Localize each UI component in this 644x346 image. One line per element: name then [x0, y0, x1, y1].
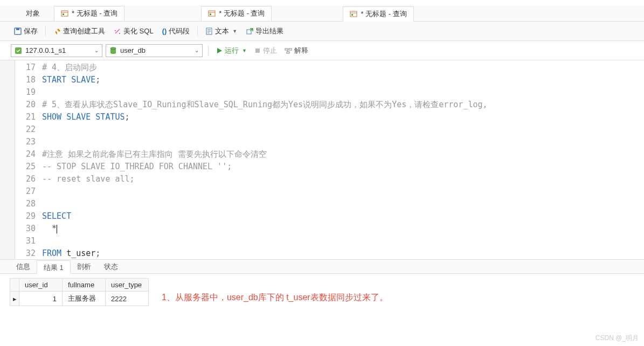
svg-rect-0: [61, 11, 68, 16]
tool-icon: [53, 27, 61, 35]
code-line[interactable]: 32FROM t_user;: [15, 247, 644, 259]
save-icon: [14, 27, 22, 35]
query-tab-1[interactable]: * 无标题 - 查询: [201, 6, 272, 21]
stop-button: 停止: [252, 46, 279, 56]
code-line[interactable]: 24#注意 如果之前此备库已有主库指向 需要先执行以下命令清空: [15, 148, 644, 161]
code-line[interactable]: 29SELECT: [15, 210, 644, 223]
result-tab-结果 1[interactable]: 结果 1: [37, 260, 71, 274]
code-line[interactable]: 28: [15, 198, 644, 210]
editor-gutter: [0, 60, 15, 259]
connection-value: 127.0.0.1_s1: [25, 46, 66, 54]
result-tabs: 信息结果 1剖析状态: [0, 260, 644, 274]
run-button[interactable]: 运行 ▼: [214, 46, 249, 56]
snippet-label: 代码段: [169, 26, 190, 36]
query-icon: [208, 10, 216, 17]
code-line[interactable]: 19: [15, 86, 644, 99]
chevron-down-icon: ▼: [242, 48, 247, 53]
beautify-button[interactable]: 美化 SQL: [110, 25, 157, 38]
connection-icon: [15, 47, 22, 54]
database-select[interactable]: user_db ⌄: [106, 44, 203, 57]
row-pointer-icon: ▸: [11, 295, 18, 303]
database-value: user_db: [120, 46, 146, 54]
stop-label: 停止: [263, 46, 277, 56]
svg-rect-20: [285, 49, 288, 50]
line-number: 23: [15, 136, 42, 148]
chevron-down-icon: ⌄: [94, 47, 99, 53]
query-icon: [61, 10, 68, 17]
column-header[interactable]: user_id: [19, 279, 63, 292]
tab-label: * 无标题 - 查询: [219, 9, 265, 18]
query-builder-button[interactable]: 查询创建工具: [50, 25, 108, 38]
sql-editor[interactable]: 17# 4、启动同步18START SLAVE;19 20# 5、查看从库状态S…: [0, 60, 644, 260]
result-tab-剖析[interactable]: 剖析: [71, 260, 98, 273]
query-tab-2[interactable]: * 无标题 - 查询: [343, 6, 413, 22]
code-line[interactable]: 22: [15, 123, 644, 136]
svg-rect-19: [255, 49, 260, 53]
result-grid[interactable]: user_idfullnameuser_type▸1主服务器2222 1、从服务…: [0, 274, 644, 310]
query-builder-label: 查询创建工具: [63, 26, 105, 36]
code-line[interactable]: 21SHOW SLAVE STATUS;: [15, 111, 644, 123]
wand-icon: [114, 27, 121, 35]
column-header[interactable]: user_type: [106, 279, 149, 292]
code-line[interactable]: 23: [15, 136, 644, 148]
column-header[interactable]: fullname: [63, 279, 106, 292]
line-number: 28: [15, 198, 42, 210]
svg-rect-8: [351, 14, 353, 16]
database-icon: [109, 47, 117, 54]
result-tab-信息[interactable]: 信息: [10, 260, 37, 273]
svg-rect-6: [350, 11, 357, 17]
line-number: 26: [15, 173, 42, 185]
line-number: 27: [15, 185, 42, 198]
code-line[interactable]: 26-- reset slave all;: [15, 173, 644, 185]
document-tabs: 对象 * 无标题 - 查询* 无标题 - 查询* 无标题 - 查询: [0, 5, 644, 22]
code-line[interactable]: 25-- STOP SLAVE IO_THREAD FOR CHANNEL ''…: [15, 161, 644, 173]
export-icon: [246, 27, 253, 35]
table-row[interactable]: ▸1主服务器2222: [10, 292, 149, 306]
explain-icon: [285, 47, 292, 54]
export-label: 导出结果: [255, 26, 283, 36]
code-line[interactable]: 31: [15, 235, 644, 247]
snippet-button[interactable]: () 代码段: [159, 25, 193, 38]
svg-rect-3: [209, 11, 215, 16]
export-button[interactable]: 导出结果: [243, 25, 287, 38]
line-number: 22: [15, 123, 42, 136]
query-tab-0[interactable]: * 无标题 - 查询: [54, 6, 124, 21]
connection-bar: 127.0.0.1_s1 ⌄ user_db ⌄ 运行 ▼ 停止 解释: [0, 41, 644, 60]
tab-label: * 无标题 - 查询: [72, 9, 117, 18]
text-button[interactable]: 文本 ▼: [202, 25, 240, 38]
line-number: 32: [15, 247, 42, 259]
explain-button[interactable]: 解释: [282, 46, 310, 56]
line-number: 30: [15, 223, 42, 235]
chevron-down-icon: ⌄: [195, 47, 199, 53]
svg-rect-21: [289, 49, 292, 50]
save-label: 保存: [24, 26, 38, 36]
line-number: 31: [15, 235, 42, 247]
svg-rect-10: [16, 28, 19, 30]
tab-objects[interactable]: 对象: [16, 6, 50, 20]
beautify-label: 美化 SQL: [123, 26, 154, 36]
code-line[interactable]: 27: [15, 185, 644, 198]
chevron-down-icon: ▼: [232, 29, 237, 34]
save-button[interactable]: 保存: [11, 25, 41, 38]
line-number: 19: [15, 86, 42, 99]
line-number: 20: [15, 99, 42, 111]
connection-select[interactable]: 127.0.0.1_s1 ⌄: [11, 44, 102, 57]
line-number: 21: [15, 111, 42, 123]
code-line[interactable]: 17# 4、启动同步: [15, 61, 644, 74]
text-label: 文本: [215, 26, 229, 36]
top-menu: [0, 0, 644, 5]
line-number: 25: [15, 161, 42, 173]
svg-rect-2: [63, 13, 64, 15]
code-line[interactable]: 20# 5、查看从库状态Slave_IO_Runing和Slave_SQL_Ru…: [15, 99, 644, 111]
annotation-text: 1、从服务器中，user_db库下的 t_user表数据同步过来了。: [162, 292, 388, 303]
result-tab-状态[interactable]: 状态: [98, 260, 124, 273]
tab-label: * 无标题 - 查询: [361, 9, 406, 19]
document-icon: [205, 27, 213, 35]
toolbar: 保存 查询创建工具 美化 SQL () 代码段 文本 ▼ 导出结果: [0, 22, 644, 41]
line-number: 18: [15, 74, 42, 86]
code-line[interactable]: 18START SLAVE;: [15, 74, 644, 86]
line-number: 17: [15, 61, 42, 74]
code-line[interactable]: 30 *: [15, 223, 644, 235]
svg-rect-5: [210, 13, 211, 15]
line-number: 29: [15, 210, 42, 223]
